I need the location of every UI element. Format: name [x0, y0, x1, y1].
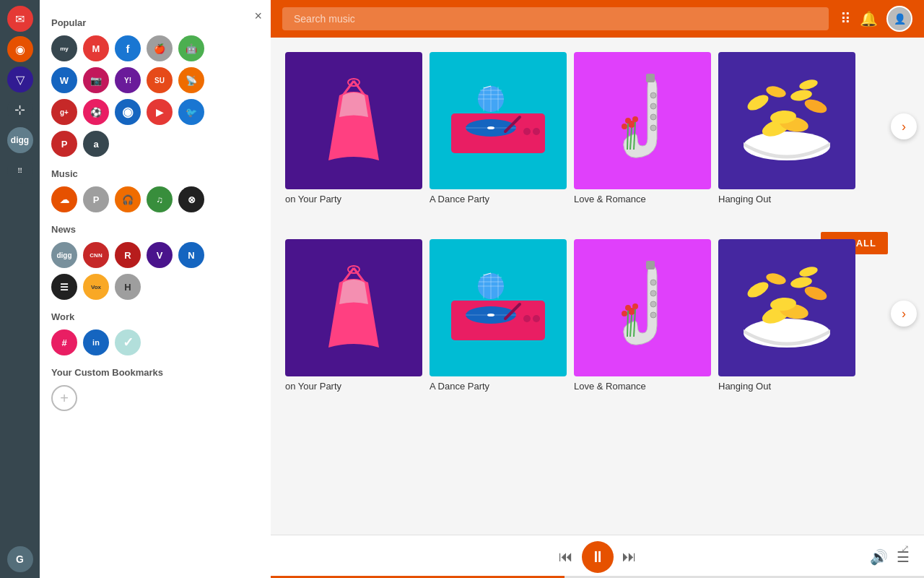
bm-news3[interactable]: ☰ — [51, 274, 77, 300]
svg-point-64 — [632, 303, 638, 309]
pause-button[interactable]: ⏸ — [582, 541, 614, 573]
bm-lastfm[interactable]: ⊗ — [178, 186, 204, 212]
grid-icon[interactable]: ⠿ — [840, 10, 851, 27]
card-image-hangout-2 — [718, 239, 855, 376]
card-image-party-2 — [285, 239, 422, 376]
bm-android[interactable]: 🤖 — [178, 35, 204, 61]
svg-point-21 — [650, 125, 656, 131]
add-bookmark-button[interactable]: + — [51, 385, 77, 411]
card-label-dance: A Dance Party — [430, 194, 567, 204]
bm-rss[interactable]: 📡 — [178, 67, 204, 93]
user-avatar[interactable]: 👤 — [886, 6, 912, 32]
bm-instagram[interactable]: 📷 — [83, 67, 109, 93]
music-card-dance[interactable]: A Dance Party — [430, 52, 567, 204]
wifi-icon[interactable]: ⊹ — [7, 97, 33, 123]
card-label-party: on Your Party — [285, 194, 422, 204]
g-icon[interactable]: G — [7, 546, 33, 572]
svg-point-20 — [650, 114, 656, 120]
bm-googleplus[interactable]: g+ — [51, 99, 77, 125]
svg-point-26 — [622, 124, 627, 129]
bm-about[interactable]: a — [83, 131, 109, 157]
digg-icon[interactable]: digg — [7, 127, 33, 153]
sax-illustration — [610, 70, 675, 171]
bm-yahoo[interactable]: Y! — [115, 67, 141, 93]
music-card-party[interactable]: on Your Party — [285, 52, 422, 204]
music-card-hangout-2[interactable]: Hanging Out — [718, 239, 855, 392]
section-news-title: News — [51, 224, 259, 235]
bm-huffpost[interactable]: H — [115, 274, 141, 300]
svg-line-67 — [627, 311, 628, 337]
search-input[interactable] — [282, 7, 829, 30]
expand-icon[interactable]: ⤢ — [901, 543, 910, 554]
notification-icon[interactable]: 🔔 — [860, 10, 878, 27]
next-button[interactable]: ⏭ — [622, 548, 637, 565]
music-card-party-2[interactable]: on Your Party — [285, 239, 422, 392]
svg-rect-61 — [646, 261, 655, 269]
headphone-icon[interactable]: ◉ — [7, 36, 33, 62]
card-image-romance-2 — [574, 239, 711, 376]
section-music-title: Music — [51, 168, 259, 179]
next-row-1-button[interactable]: › — [891, 113, 917, 139]
card-image-dance — [430, 52, 567, 189]
svg-point-19 — [650, 103, 656, 109]
mail-icon[interactable]: ✉ — [7, 6, 33, 32]
bm-cnn[interactable]: CNN — [83, 242, 109, 268]
music-card-romance[interactable]: Love & Romance — [574, 52, 711, 204]
bm-asana[interactable]: ✓ — [115, 329, 141, 355]
music-card-hangout[interactable]: Hanging Out — [718, 52, 855, 204]
triangle-icon[interactable]: ▽ — [7, 66, 33, 92]
svg-point-6 — [487, 126, 494, 129]
popular-grid: my M f 🍎 🤖 W 📷 Y! SU 📡 g+ ⚽ ◉ ▶ 🐦 P a — [51, 35, 259, 157]
bm-my[interactable]: my — [51, 35, 77, 61]
bm-slack[interactable]: # — [51, 329, 77, 355]
bm-facebook[interactable]: f — [115, 35, 141, 61]
bm-twitter[interactable]: 🐦 — [178, 99, 204, 125]
record-illustration-2 — [444, 272, 552, 344]
bm-headphones[interactable]: 🎧 — [115, 186, 141, 212]
dress-illustration — [321, 74, 386, 168]
svg-point-56 — [533, 315, 540, 322]
svg-rect-22 — [646, 74, 655, 82]
music-card-romance-2[interactable]: Love & Romance — [574, 239, 711, 392]
close-button[interactable]: × — [254, 9, 262, 24]
bm-spotify[interactable]: ♫ — [147, 186, 173, 212]
music-card-dance-2[interactable]: A Dance Party — [430, 239, 567, 392]
bm-soundcloud[interactable]: ☁ — [51, 186, 77, 212]
bm-linkedin[interactable]: in — [83, 329, 109, 355]
svg-point-38 — [798, 78, 819, 91]
music-grid: ☁ P 🎧 ♫ ⊗ — [51, 186, 259, 212]
svg-point-25 — [632, 116, 638, 122]
svg-point-60 — [650, 312, 656, 318]
bm-readability[interactable]: R — [115, 242, 141, 268]
section-work-title: Work — [51, 311, 259, 322]
bookmarks-panel: × Popular my M f 🍎 🤖 W 📷 Y! SU 📡 g+ ⚽ ◉ … — [40, 0, 271, 578]
bm-verge[interactable]: V — [147, 242, 173, 268]
bm-pandora[interactable]: P — [83, 186, 109, 212]
next-row-2-button[interactable]: › — [891, 301, 917, 327]
card-label-dance-2: A Dance Party — [430, 381, 567, 392]
svg-point-17 — [533, 128, 540, 135]
bm-flickr[interactable]: ◉ — [115, 99, 141, 125]
bm-pinterest[interactable]: P — [51, 131, 77, 157]
bm-digg[interactable]: digg — [51, 242, 77, 268]
bm-stumble[interactable]: SU — [147, 67, 173, 93]
bm-youtube[interactable]: ▶ — [147, 99, 173, 125]
bm-apple[interactable]: 🍎 — [147, 35, 173, 61]
bm-news2[interactable]: N — [178, 242, 204, 268]
grid-dots-icon[interactable]: ⠿ — [7, 158, 33, 184]
section-popular-title: Popular — [51, 17, 259, 28]
work-grid: # in ✓ — [51, 329, 259, 355]
header-icons: ⠿ 🔔 👤 — [840, 6, 912, 32]
bm-wordpress[interactable]: W — [51, 67, 77, 93]
prev-button[interactable]: ⏮ — [559, 548, 573, 565]
section-custom-title: Your Custom Bookmarks — [51, 367, 259, 378]
svg-point-77 — [798, 265, 819, 278]
svg-point-55 — [523, 315, 531, 322]
volume-icon[interactable]: 🔊 — [870, 548, 888, 566]
card-label-romance-2: Love & Romance — [574, 381, 711, 392]
card-label-hangout: Hanging Out — [718, 194, 855, 204]
bm-vox[interactable]: Vox — [83, 274, 109, 300]
bm-gmail[interactable]: M — [83, 35, 109, 61]
svg-point-34 — [745, 92, 771, 113]
bm-dribbble[interactable]: ⚽ — [83, 99, 109, 125]
